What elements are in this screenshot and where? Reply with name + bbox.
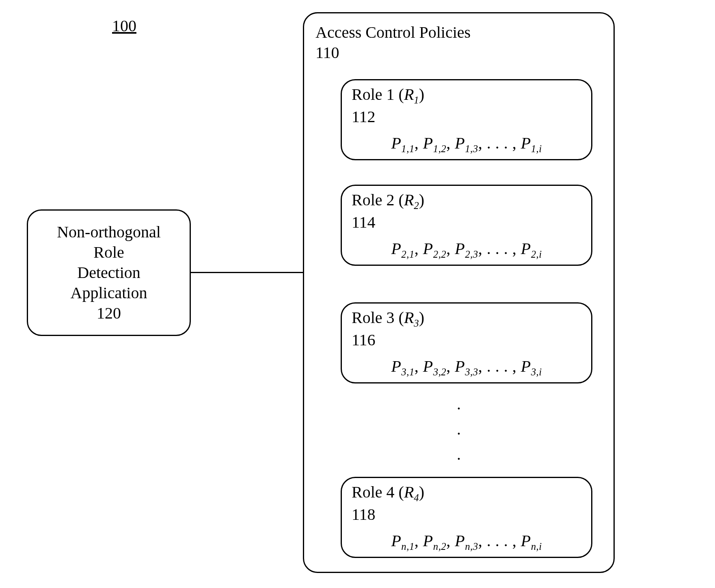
role-label-suffix: ): [419, 483, 424, 501]
role-perms-2: P2,1, P2,2, P2,3, . . . , P2,i: [352, 239, 581, 260]
role-ref: 118: [352, 505, 376, 523]
policies-ref: 110: [315, 43, 339, 62]
sep: ,: [478, 134, 487, 152]
role-box-1: Role 1 (R1) 112 P1,1, P1,2, P1,3, . . . …: [341, 79, 592, 160]
perm-sub: 3,2: [433, 366, 447, 377]
perm-base: P: [423, 134, 433, 152]
connector-line: [191, 272, 303, 273]
sep: ,: [446, 134, 455, 152]
perm-sub: n,3: [465, 541, 478, 552]
role-symbol-sub: 4: [414, 492, 419, 503]
sep: ,: [415, 239, 423, 258]
sep: ,: [446, 357, 455, 375]
perm-sub: 3,3: [465, 366, 478, 377]
sep: ,: [478, 357, 487, 375]
sep: ,: [415, 532, 423, 550]
perm-sub: 3,i: [531, 366, 542, 377]
perm-sub: 2,1: [401, 249, 415, 260]
perm-base: P: [521, 532, 531, 550]
perm-sub: 2,i: [531, 249, 542, 260]
role-ref: 114: [352, 213, 376, 231]
role-label-prefix: Role 2 (: [352, 191, 404, 209]
role-symbol: R: [404, 483, 414, 501]
perm-base: P: [391, 357, 401, 375]
perm-sub: 1,1: [401, 143, 415, 154]
perm-base: P: [391, 134, 401, 152]
perm-base: P: [455, 357, 465, 375]
perm-sub: 3,1: [401, 366, 415, 377]
role-label-prefix: Role 4 (: [352, 483, 404, 501]
perm-sub: 1,2: [433, 143, 447, 154]
role-symbol-sub: 2: [414, 200, 419, 211]
sep: ,: [415, 357, 423, 375]
ellipsis: . . . ,: [487, 357, 517, 375]
application-line1: Non-orthogonal Role: [57, 223, 161, 261]
sep: ,: [415, 134, 423, 152]
perm-sub: n,i: [531, 541, 542, 552]
role-box-2: Role 2 (R2) 114 P2,1, P2,2, P2,3, . . . …: [341, 185, 592, 266]
perm-base: P: [455, 239, 465, 258]
role-box-4: Role 4 (R4) 118 Pn,1, Pn,2, Pn,3, . . . …: [341, 477, 592, 558]
role-label-suffix: ): [419, 85, 424, 103]
perm-sub: 1,i: [531, 143, 542, 154]
role-ref: 112: [352, 108, 376, 126]
sep: ,: [478, 239, 487, 258]
role-symbol: R: [404, 308, 414, 327]
role-title-4: Role 4 (R4) 118: [352, 482, 581, 525]
role-label-prefix: Role 1 (: [352, 85, 404, 103]
perm-sub: 2,2: [433, 249, 447, 260]
role-symbol: R: [404, 85, 414, 103]
perm-base: P: [391, 239, 401, 258]
role-label-suffix: ): [419, 308, 424, 327]
application-box: Non-orthogonal Role Detection Applicatio…: [27, 209, 191, 336]
sep: ,: [478, 532, 487, 550]
role-title-2: Role 2 (R2) 114: [352, 190, 581, 233]
sep: ,: [446, 532, 455, 550]
perm-base: P: [423, 357, 433, 375]
perm-base: P: [521, 357, 531, 375]
role-title-3: Role 3 (R3) 116: [352, 308, 581, 350]
figure-number: 100: [112, 16, 136, 35]
policies-title-text: Access Control Policies: [315, 23, 471, 41]
ellipsis: . . . ,: [487, 239, 517, 258]
role-perms-4: Pn,1, Pn,2, Pn,3, . . . , Pn,i: [352, 531, 581, 552]
role-label-suffix: ): [419, 191, 424, 209]
dot: .: [457, 445, 461, 463]
perm-base: P: [455, 532, 465, 550]
vertical-ellipsis: . . .: [457, 392, 461, 467]
perm-base: P: [423, 239, 433, 258]
policies-box: Access Control Policies 110 Role 1 (R1) …: [303, 12, 615, 573]
dot: .: [457, 395, 461, 413]
role-perms-1: P1,1, P1,2, P1,3, . . . , P1,i: [352, 134, 581, 155]
role-title-1: Role 1 (R1) 112: [352, 84, 581, 127]
application-ref: 120: [97, 304, 121, 322]
perm-sub: n,2: [433, 541, 447, 552]
policies-title: Access Control Policies 110: [315, 22, 602, 63]
ellipsis: . . . ,: [487, 134, 517, 152]
role-symbol-sub: 1: [414, 95, 419, 106]
perm-base: P: [391, 532, 401, 550]
role-symbol-sub: 3: [414, 318, 419, 329]
diagram-canvas: 100 Non-orthogonal Role Detection Applic…: [0, 0, 715, 588]
ellipsis: . . . ,: [487, 532, 517, 550]
application-label: Non-orthogonal Role Detection Applicatio…: [40, 222, 177, 323]
application-line3: Application: [71, 284, 147, 302]
perm-sub: n,1: [401, 541, 415, 552]
perm-base: P: [521, 239, 531, 258]
role-perms-3: P3,1, P3,2, P3,3, . . . , P3,i: [352, 357, 581, 378]
perm-sub: 2,3: [465, 249, 478, 260]
application-line2: Detection: [77, 263, 140, 282]
perm-sub: 1,3: [465, 143, 478, 154]
role-ref: 116: [352, 331, 376, 349]
perm-base: P: [455, 134, 465, 152]
role-box-3: Role 3 (R3) 116 P3,1, P3,2, P3,3, . . . …: [341, 302, 592, 383]
perm-base: P: [423, 532, 433, 550]
sep: ,: [446, 239, 455, 258]
role-symbol: R: [404, 191, 414, 209]
dot: .: [457, 420, 461, 438]
perm-base: P: [521, 134, 531, 152]
role-label-prefix: Role 3 (: [352, 308, 404, 327]
